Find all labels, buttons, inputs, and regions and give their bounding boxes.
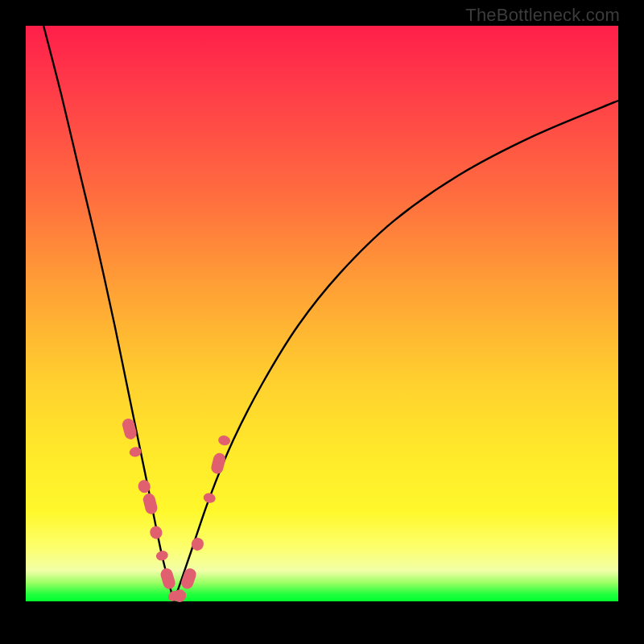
plot-area xyxy=(26,26,618,618)
marker-capsule xyxy=(159,567,177,590)
marker-capsule xyxy=(202,492,217,504)
curve-layer xyxy=(26,26,618,618)
curve-right-branch xyxy=(174,101,618,601)
bottleneck-curve xyxy=(43,26,618,601)
marker-capsule xyxy=(142,492,159,515)
marker-group xyxy=(121,417,231,605)
attribution-text: TheBottleneck.com xyxy=(465,5,620,26)
marker-capsule xyxy=(210,452,227,475)
marker-capsule xyxy=(180,567,198,590)
marker-capsule xyxy=(121,417,138,440)
marker-capsule xyxy=(217,434,232,446)
marker-capsule xyxy=(149,525,163,540)
marker-capsule xyxy=(171,587,188,605)
marker-capsule xyxy=(155,550,170,562)
chart-canvas: TheBottleneck.com xyxy=(0,0,644,644)
curve-left-branch xyxy=(43,26,174,601)
